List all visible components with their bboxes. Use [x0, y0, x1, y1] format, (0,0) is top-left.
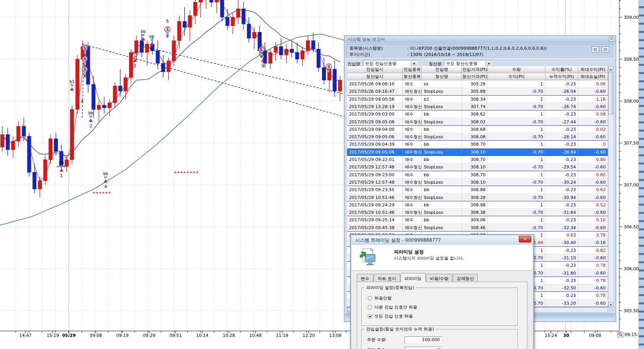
table-row[interactable]: 2017/05/29 09:25:14매수bb309.061-0.230.10	[347, 216, 608, 224]
radio-option[interactable]: 모든 진입 신호 허용	[368, 314, 413, 319]
table-cell: -0.23	[545, 141, 578, 148]
table-cell: -0.23	[545, 126, 578, 133]
table-cell: -0.16	[578, 239, 608, 246]
table-cell: -0.70	[488, 148, 545, 156]
column-header[interactable]: 청산일시	[347, 73, 403, 80]
table-cell: -0.60	[578, 254, 608, 262]
dialog-close-icon[interactable]: ✕	[519, 236, 531, 242]
table-row[interactable]: 2017/05/26 09:08:10매도ss305.281-0.230.06	[347, 80, 608, 88]
table-row[interactable]: 2017/05/29 12:57:48매수청산StopLoss308.10-0.…	[347, 179, 608, 186]
column-header[interactable]: 청산명	[422, 73, 462, 80]
vscroll-thumb[interactable]	[608, 72, 613, 114]
pyramiding-tab-panel: 피라미딩 설정(중복진입) 허용안함다른 진입 신호만 허용모든 진입 신호 허…	[357, 282, 527, 349]
table-cell: 매수	[403, 201, 422, 209]
table-row[interactable]: 2017/05/29 09:04:00매수bb308.681-0.230.02	[347, 126, 608, 133]
table-cell: 매수	[403, 110, 422, 118]
dialog-titlebar[interactable]: 시스템 트레이딩 설정 - 000999888777	[352, 236, 532, 245]
column-header[interactable]: 청산종류	[403, 73, 422, 80]
tab-차트 표시[interactable]: 차트 표시	[374, 274, 400, 282]
column-header[interactable]: 누적수익(Pt)	[545, 73, 578, 80]
scroll-up-icon[interactable]: ▲	[608, 66, 613, 71]
table-cell: 매수청산	[403, 163, 422, 171]
table-row[interactable]: 2017/05/29 09:45:38매수청산StopLoss308.46-0.…	[347, 224, 608, 231]
table-cell: -0.23	[545, 171, 578, 179]
tab-비용/수량[interactable]: 비용/수량	[426, 274, 453, 282]
table-cell: 0.06	[578, 80, 608, 88]
right-marker-strip[interactable]	[639, 0, 644, 349]
tab-변수[interactable]: 변수	[357, 274, 373, 282]
field-input[interactable]: 100,000	[405, 336, 442, 344]
sell-signal-marker: S	[165, 27, 170, 38]
table-row[interactable]: 2017/05/29 09:03:00매수bb308.621-0.230.08	[347, 110, 608, 118]
radio-icon[interactable]	[368, 305, 372, 309]
radio-option[interactable]: 허용안함	[368, 296, 392, 301]
table-cell: -32.34	[545, 224, 578, 231]
table-cell: 309.06	[462, 216, 488, 224]
report-close-icon[interactable]: ✕	[609, 37, 614, 42]
table-cell: 매수청산	[403, 194, 422, 201]
time-axis-label: 10:28	[223, 333, 235, 338]
buy-signal-marker: bb1	[59, 161, 64, 178]
table-cell: 1	[488, 96, 545, 103]
svg-text:4: 4	[104, 184, 107, 189]
column-header[interactable]: 수량	[488, 66, 545, 73]
report-titlebar[interactable]: 시스템 성능 보고서	[345, 36, 615, 43]
table-cell: 2017/05/29 09:24:29	[347, 201, 403, 209]
column-header[interactable]: 수익률(%)	[545, 66, 578, 73]
column-header[interactable]: 진입명	[422, 66, 462, 73]
tab-피라미딩[interactable]: 피라미딩	[401, 273, 426, 282]
table-row[interactable]: 2017/05/29 09:04:39매수bb308.701-0.230	[347, 141, 608, 148]
table-row[interactable]: 2017/05/29 09:00:56매수b1308.341-0.231.16	[347, 96, 608, 103]
table-row[interactable]: 2017/05/29 09:24:29매수bb308.981-0.230.52	[347, 201, 608, 209]
column-header[interactable]: 최대손실(Pt)	[578, 73, 608, 80]
column-header[interactable]: 청산가격(Pt)	[462, 73, 488, 80]
table-cell: 1	[488, 216, 545, 224]
dialog-header-description: 시스템식의 피라미딩 설정을 합니다.	[394, 255, 464, 261]
save-icon[interactable]	[592, 46, 599, 52]
scroll-down-icon[interactable]: ▼	[608, 302, 613, 307]
column-header[interactable]: 수익(Pt)	[488, 73, 545, 80]
table-cell: -0.70	[488, 133, 545, 141]
table-row[interactable]: 2017/05/29 09:23:00매수bb308.701-0.230.80	[347, 171, 608, 179]
price-axis-label: 305,50	[624, 308, 639, 313]
column-header[interactable]: 진입가격(Pt)	[462, 66, 488, 73]
radio-icon[interactable]	[368, 296, 372, 300]
table-row[interactable]: 2017/05/29 09:22:01매수bb308.701-0.230.80	[347, 156, 608, 163]
table-cell: -0.70	[488, 163, 545, 171]
table-row[interactable]: 2017/05/26 09:16:47매도청산StopLoss305.88-0.…	[347, 88, 608, 95]
table-cell: 2017/05/29 09:25:14	[347, 216, 403, 224]
radio-option[interactable]: 다른 진입 신호만 허용	[368, 305, 417, 310]
field-input[interactable]: 6	[405, 347, 442, 349]
table-cell: 매수	[403, 141, 422, 148]
radio-label: 모든 진입 신호 허용	[374, 314, 413, 319]
table-row[interactable]: 2017/05/29 09:05:06매수청산StopLoss308.08-0.…	[347, 133, 608, 141]
table-cell: -0.60	[578, 88, 608, 95]
svg-text:5: 5	[142, 42, 145, 47]
table-row[interactable]: 2017/05/29 09:05:06매수청산StopLoss308.10-0.…	[347, 148, 608, 156]
time-axis-label: 09:29	[143, 333, 155, 338]
column-header[interactable]: 진입일시	[347, 66, 403, 73]
print-icon[interactable]	[602, 46, 609, 52]
table-row[interactable]: 2017/05/29 09:05:06매수청산StopLoss308.02-0.…	[347, 118, 608, 126]
table-row[interactable]: 2017/05/29 09:23:55매수bb308.881-0.230.62	[347, 186, 608, 193]
signal-number-label: 4	[81, 99, 84, 104]
tab-강제청산[interactable]: 강제청산	[453, 274, 478, 282]
table-cell: 305.88	[462, 88, 488, 95]
trading-settings-dialog: 시스템 트레이딩 설정 - 000999888777 ✕ 피라미딩 설정 시스템…	[350, 234, 534, 349]
column-header[interactable]: 최대수익(Pt)	[578, 66, 608, 73]
table-row[interactable]: 2017/05/29 10:51:46매수청산StopLoss308.38-0.…	[347, 209, 608, 216]
table-cell: StopLoss	[422, 179, 462, 186]
table-cell: 1	[488, 110, 545, 118]
table-cell: bb	[422, 186, 462, 193]
table-row[interactable]: 2017/05/29 13:28:19매수청산StopLoss307.74-0.…	[347, 103, 608, 110]
table-row[interactable]: 2017/05/29 12:57:48매수청산StopLoss308.10-0.…	[347, 163, 608, 171]
table-cell: 308.70	[462, 156, 488, 163]
svg-text:bb: bb	[133, 51, 138, 55]
column-header[interactable]: 진입종류	[403, 66, 422, 73]
table-row[interactable]: 2017/05/29 10:51:46매수청산StopLoss308.28-0.…	[347, 194, 608, 201]
table-cell: bb	[422, 201, 462, 209]
table-cell: -0.60	[578, 179, 608, 186]
table-cell: 매수청산	[403, 118, 422, 126]
radio-icon[interactable]	[368, 314, 372, 318]
table-vertical-scrollbar[interactable]: ▲ ▼	[608, 66, 613, 307]
